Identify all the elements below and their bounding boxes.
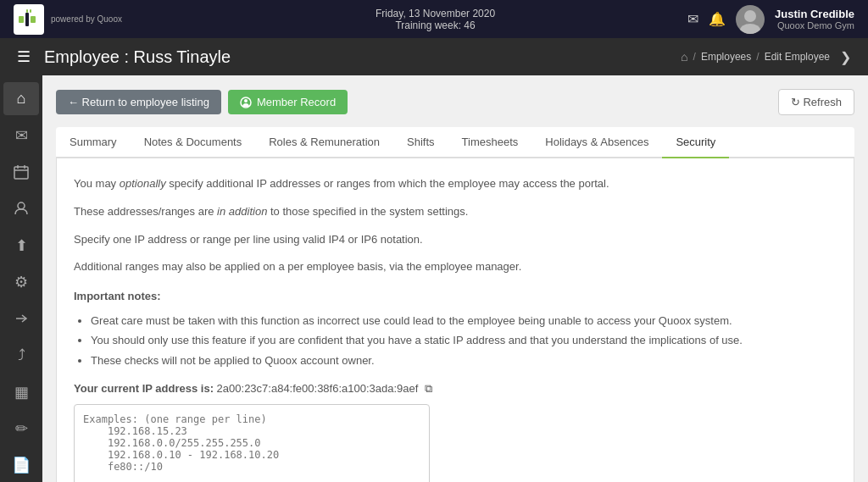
sidebar-item-home[interactable]: ⌂ xyxy=(3,82,39,115)
svg-rect-1 xyxy=(25,13,29,26)
security-para2: These addresses/ranges are in addition t… xyxy=(74,203,837,221)
sidebar-item-messages[interactable]: ✉ xyxy=(3,119,39,152)
page-title: Employee : Russ Tinayle xyxy=(44,47,681,67)
user-info: Justin Credible Quoox Demo Gym xyxy=(775,8,854,30)
svg-point-6 xyxy=(740,24,760,34)
sidebar-item-grid[interactable]: ▦ xyxy=(3,375,39,408)
ip-value: 2a00:23c7:a84:fe00:38f6:a100:3ada:9aef xyxy=(217,382,419,395)
security-para4: Additional ranges may also be applied on… xyxy=(74,258,837,276)
svg-rect-2 xyxy=(31,16,36,23)
left-buttons: ← Return to employee listing Member Reco… xyxy=(56,90,348,114)
header-right: ✉ 🔔 Justin Credible Quoox Demo Gym xyxy=(687,5,854,34)
ip-ranges-textarea[interactable] xyxy=(74,404,430,482)
logo-area: powered by Quoox xyxy=(14,4,183,35)
refresh-button[interactable]: ↻ Refresh xyxy=(778,89,854,115)
date-line1: Friday, 13 November 2020 xyxy=(183,8,687,19)
bullet-3: These checks will not be applied to Quoo… xyxy=(91,351,837,370)
svg-rect-0 xyxy=(19,16,24,23)
page-header: ☰ Employee : Russ Tinayle ⌂ / Employees … xyxy=(0,38,868,75)
ip-label: Your current IP address is: 2a00:23c7:a8… xyxy=(74,382,837,396)
date-area: Friday, 13 November 2020 Training week: … xyxy=(183,8,687,31)
avatar[interactable] xyxy=(736,5,765,34)
hamburger-icon[interactable]: ☰ xyxy=(17,47,31,66)
sidebar-item-upload[interactable]: ⬆ xyxy=(3,229,39,262)
tab-holidays[interactable]: Holidays & Absences xyxy=(531,127,662,158)
sidebar-item-employee[interactable] xyxy=(3,192,39,225)
training-week: Training week: 46 xyxy=(183,19,687,31)
bullet-1: Great care must be taken with this funct… xyxy=(91,311,837,330)
security-para1: You may optionally specify additional IP… xyxy=(74,175,837,193)
sidebar-item-calendar[interactable] xyxy=(3,156,39,189)
member-record-button[interactable]: Member Record xyxy=(228,90,348,114)
tab-security[interactable]: Security xyxy=(662,127,729,158)
content-area: ← Return to employee listing Member Reco… xyxy=(42,75,868,482)
svg-point-5 xyxy=(744,10,756,22)
security-para3: Specify one IP address or range per line… xyxy=(74,231,837,249)
sidebar-item-edit[interactable]: ✏ xyxy=(3,412,39,445)
powered-by-text: powered by Quoox xyxy=(51,14,122,24)
sidebar: ⌂ ✉ ⬆ ⚙ ⤴ ▦ ✏ 📄 xyxy=(0,75,42,482)
sidebar-item-tools[interactable] xyxy=(3,302,39,335)
breadcrumb-current: Edit Employee xyxy=(765,51,830,63)
logo-icon xyxy=(14,4,44,35)
collapse-icon[interactable]: ❯ xyxy=(840,49,851,65)
svg-rect-7 xyxy=(14,167,28,179)
svg-point-11 xyxy=(18,202,25,209)
mail-icon[interactable]: ✉ xyxy=(687,11,698,27)
bell-icon[interactable]: 🔔 xyxy=(709,11,726,27)
copy-ip-icon[interactable]: ⧉ xyxy=(425,382,432,395)
top-header: powered by Quoox Friday, 13 November 202… xyxy=(0,0,868,38)
user-gym: Quoox Demo Gym xyxy=(775,20,854,30)
svg-rect-4 xyxy=(30,9,31,13)
user-name: Justin Credible xyxy=(775,8,854,20)
svg-rect-3 xyxy=(26,9,28,13)
tab-roles[interactable]: Roles & Remuneration xyxy=(255,127,393,158)
breadcrumb: ⌂ / Employees / Edit Employee xyxy=(681,50,830,64)
tabs-bar: Summary Notes & Documents Roles & Remune… xyxy=(56,127,854,158)
breadcrumb-employees[interactable]: Employees xyxy=(701,51,751,63)
tab-timesheets[interactable]: Timesheets xyxy=(448,127,532,158)
return-button[interactable]: ← Return to employee listing xyxy=(56,90,221,114)
action-bar: ← Return to employee listing Member Reco… xyxy=(56,89,854,115)
tab-summary[interactable]: Summary xyxy=(56,127,131,158)
tab-notes[interactable]: Notes & Documents xyxy=(131,127,256,158)
sidebar-item-share[interactable]: ⤴ xyxy=(3,339,39,372)
important-title: Important notes: xyxy=(74,288,837,306)
home-breadcrumb-icon[interactable]: ⌂ xyxy=(681,50,687,64)
security-tab-content: You may optionally specify additional IP… xyxy=(56,158,854,482)
main-layout: ⌂ ✉ ⬆ ⚙ ⤴ ▦ ✏ 📄 xyxy=(0,75,868,482)
svg-point-14 xyxy=(244,99,248,102)
sidebar-item-document[interactable]: 📄 xyxy=(3,449,39,482)
sidebar-item-settings[interactable]: ⚙ xyxy=(3,265,39,298)
tab-shifts[interactable]: Shifts xyxy=(393,127,448,158)
important-bullets: Great care must be taken with this funct… xyxy=(91,311,837,370)
bullet-2: You should only use this feature if you … xyxy=(91,330,837,350)
